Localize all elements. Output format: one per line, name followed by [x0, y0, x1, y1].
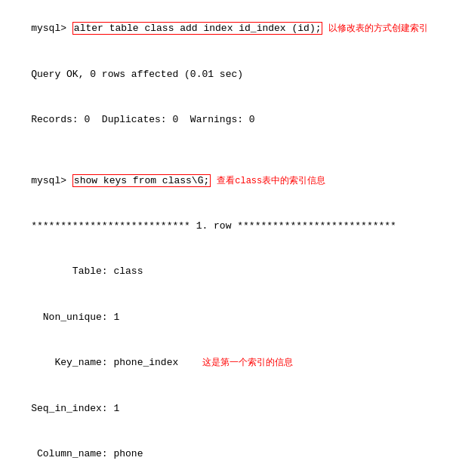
stars-row-1: *************************** 1. row *****… [8, 204, 448, 249]
query-ok-line: Query OK, 0 rows affected (0.01 sec) [8, 51, 448, 97]
terminal-window: mysql> alter table class add index id_in… [0, 0, 456, 476]
annotation-1: 以修改表的方式创建索引 [328, 23, 428, 34]
field-table-1: Table: class [8, 249, 448, 294]
blank-line-1 [8, 143, 448, 158]
prompt-2: mysql> [31, 175, 72, 186]
field-colname-1: Column_name: phone [8, 431, 448, 476]
annotation-2: 查看class表中的索引信息 [217, 176, 325, 186]
field-seq-1: Seq_in_index: 1 [8, 386, 448, 431]
field-keyname-1: Key_name: phone_index这是第一个索引的信息 [8, 340, 448, 385]
command-line-2: mysql> show keys from class\G;查看class表中的… [8, 158, 448, 203]
field-nonunique-1: Non_unique: 1 [8, 295, 448, 340]
records-line: Records: 0 Duplicates: 0 Warnings: 0 [8, 97, 448, 143]
annotation-keyname-1: 这是第一个索引的信息 [202, 358, 293, 368]
command-line-1: mysql> alter table class add index id_in… [8, 6, 448, 51]
cmd-highlight-1: alter table class add index id_index (id… [72, 22, 323, 35]
cmd-highlight-2: show keys from class\G; [72, 174, 211, 187]
prompt-1: mysql> [31, 23, 72, 34]
